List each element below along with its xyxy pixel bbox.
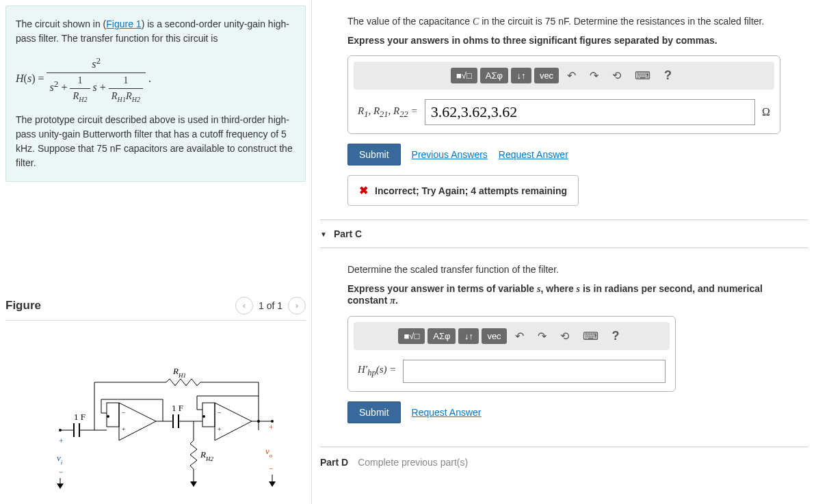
part-c-header[interactable]: ▼ Part C xyxy=(320,220,808,248)
figure-prev-button[interactable]: ‹ xyxy=(235,297,253,315)
svg-marker-45 xyxy=(269,481,276,487)
answer-box-c: ■√□ ΑΣφ ↓↑ vec ↶ ↷ ⟲ ⌨ ? H′hp(s) = xyxy=(347,316,676,392)
problem-detail: The prototype circuit described above is… xyxy=(16,113,295,170)
part-d-text: Complete previous part(s) xyxy=(358,457,468,468)
intro-text: The circuit shown in ( xyxy=(16,18,106,29)
svg-text:+: + xyxy=(269,423,274,432)
reset-icon[interactable]: ⟲ xyxy=(555,327,575,345)
part-c-title: Part C xyxy=(334,228,362,239)
problem-statement: The circuit shown in (Figure 1) is a sec… xyxy=(5,5,306,182)
submit-button-b[interactable]: Submit xyxy=(347,144,401,165)
answer-label-b: R1, R21, R22 = xyxy=(358,105,418,120)
subscript-button[interactable]: ↓↑ xyxy=(511,68,531,83)
svg-text:−: − xyxy=(122,409,126,416)
submit-button-c[interactable]: Submit xyxy=(347,401,401,423)
redo-icon[interactable]: ↷ xyxy=(584,66,604,85)
unit-ohm: Ω xyxy=(762,106,770,118)
circuit-figure: 1 F RH1 − + xyxy=(5,328,306,499)
formula-toolbar-c: ■√□ ΑΣφ ↓↑ vec ↶ ↷ ⟲ ⌨ ? xyxy=(354,322,670,350)
templates-button[interactable]: ■√□ xyxy=(398,328,425,344)
instruction: Express your answers in ohms to three si… xyxy=(347,35,780,46)
svg-text:1 F: 1 F xyxy=(172,403,183,413)
part-c: Determine the scaled transfer function o… xyxy=(320,248,808,446)
x-icon: ✖ xyxy=(359,184,368,197)
svg-point-39 xyxy=(257,420,260,423)
svg-text:RH2: RH2 xyxy=(200,449,213,462)
templates-button[interactable]: ■√□ xyxy=(451,68,477,83)
figure-link[interactable]: Figure 1 xyxy=(106,18,141,29)
greek-button[interactable]: ΑΣφ xyxy=(427,328,456,344)
subscript-button[interactable]: ↓↑ xyxy=(458,328,479,344)
answer-box-b: ■√□ ΑΣφ ↓↑ vec ↶ ↷ ⟲ ⌨ ? R1, R21, R22 = … xyxy=(347,55,780,134)
figure-page: 1 of 1 xyxy=(259,300,282,311)
transfer-function-formula: H(s) = s2 s2 + 1RH2 s + 1RH1RH2 . xyxy=(16,54,295,105)
svg-point-30 xyxy=(202,415,205,418)
svg-text:vo: vo xyxy=(265,446,273,459)
svg-rect-9 xyxy=(107,403,119,427)
part-c-prompt: Determine the scaled transfer function o… xyxy=(347,262,780,277)
svg-text:+: + xyxy=(218,425,222,433)
svg-rect-28 xyxy=(202,403,215,427)
chevron-down-icon: ▼ xyxy=(320,230,327,238)
vec-button[interactable]: vec xyxy=(482,328,506,344)
svg-text:RH1: RH1 xyxy=(172,366,186,379)
reset-icon[interactable]: ⟲ xyxy=(607,66,627,85)
request-answer-link-b[interactable]: Request Answer xyxy=(499,149,568,160)
svg-point-11 xyxy=(107,415,109,418)
answer-input-b[interactable] xyxy=(425,99,755,125)
svg-text:−: − xyxy=(218,409,222,416)
svg-marker-51 xyxy=(57,483,64,489)
feedback-text: Incorrect; Try Again; 4 attempts remaini… xyxy=(375,185,567,196)
undo-icon[interactable]: ↶ xyxy=(562,66,581,85)
previous-answers-link[interactable]: Previous Answers xyxy=(412,149,488,160)
help-icon[interactable]: ? xyxy=(659,66,677,85)
formula-toolbar: ■√□ ΑΣφ ↓↑ vec ↶ ↷ ⟲ ⌨ ? xyxy=(354,62,774,90)
part-b: The value of the capacitance C in the ci… xyxy=(320,0,808,220)
svg-point-46 xyxy=(59,429,62,432)
help-icon[interactable]: ? xyxy=(607,326,625,346)
part-d-row: Part D Complete previous part(s) xyxy=(320,447,808,477)
svg-text:+: + xyxy=(122,425,126,433)
vec-button[interactable]: vec xyxy=(534,68,559,83)
svg-text:vi: vi xyxy=(57,453,63,466)
redo-icon[interactable]: ↷ xyxy=(532,327,552,345)
svg-text:1 F: 1 F xyxy=(74,412,85,422)
figure-next-button[interactable]: › xyxy=(288,297,306,315)
svg-text:−: − xyxy=(269,464,274,473)
svg-text:−: − xyxy=(59,467,64,477)
undo-icon[interactable]: ↶ xyxy=(510,327,529,345)
svg-marker-27 xyxy=(190,481,197,487)
keyboard-icon[interactable]: ⌨ xyxy=(629,66,656,85)
part-d-label: Part D xyxy=(320,457,348,468)
svg-text:+: + xyxy=(59,436,64,446)
feedback-incorrect: ✖ Incorrect; Try Again; 4 attempts remai… xyxy=(347,175,579,206)
request-answer-link-c[interactable]: Request Answer xyxy=(412,407,482,418)
greek-button[interactable]: ΑΣφ xyxy=(480,68,508,83)
answer-label-c: H′hp(s) = xyxy=(358,364,396,378)
keyboard-icon[interactable]: ⌨ xyxy=(577,327,604,345)
answer-input-c[interactable] xyxy=(403,360,666,383)
figure-title: Figure xyxy=(5,299,41,313)
